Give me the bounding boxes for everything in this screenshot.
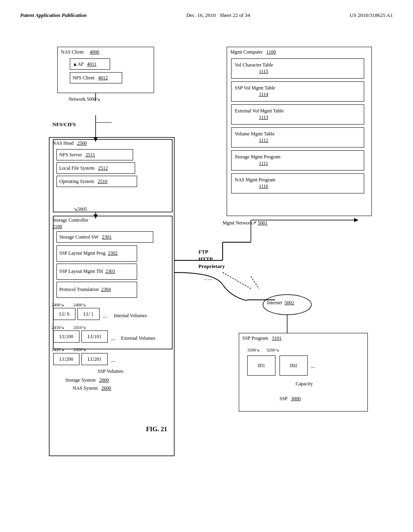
svg-marker-17	[354, 218, 359, 222]
svg-marker-4	[94, 137, 98, 142]
nas-system-label: NAS System 2600	[73, 385, 111, 391]
external-vol-mgmt-box: External Vol Mgmt Table 1113	[231, 104, 364, 125]
svg-line-18	[223, 272, 251, 289]
svg-marker-7	[94, 214, 98, 219]
mgmt-computer-label: Mgmt Computer 1100	[230, 49, 276, 55]
os-label: Operating System 2510	[59, 179, 107, 185]
dots-internal: ...	[103, 313, 107, 319]
ap-box: ▲AP 4011	[70, 58, 110, 70]
dots-id: ...	[311, 363, 315, 370]
ssp-program-box: SSP Program 3101 3200↘ 3200↘ ID1 ID2 ...…	[239, 333, 368, 411]
diagram-area: NAS Client 4000 ▲AP 4011 NFS Client 4012	[25, 23, 388, 494]
internet-label: Internet 5002	[267, 300, 294, 306]
mgmt-network-label: Mgmt Network↗ 5001	[223, 220, 267, 226]
nas-client-label: NAS Client 4000	[61, 49, 99, 55]
capacity-label: Capacity	[296, 381, 313, 387]
lu200-number: 2420↘	[52, 347, 64, 352]
nas-client-box: NAS Client 4000 ▲AP 4011 NFS Client 4012	[57, 47, 154, 93]
nfs-cifs-label: NFS/CIFS	[52, 121, 76, 128]
volume-mgmt-box: Volume Mgmt Table 1112	[231, 127, 364, 148]
storage-system-label: Storage System 2000	[65, 377, 109, 383]
header-sheet: Sheet 22 of 34	[220, 12, 250, 18]
network-label: Network 5000↘	[69, 96, 100, 102]
lu1-number: 2400↘	[73, 302, 86, 308]
protocols-label: FTPHTTPProprietary	[198, 248, 225, 270]
volume-mgmt-label: Volume Mgmt Table 1112	[235, 131, 275, 143]
vol-char-table-box: Vol Character Table 1115	[231, 58, 364, 79]
ssp-layout-tbl-box: SSP Layout Mgmt Tbl 2303	[56, 264, 137, 280]
ssp-vol-mgmt-label: SSP Vol Mgmt Table 1114	[235, 85, 275, 98]
lu1-box: LU 1	[77, 308, 100, 320]
local-fs-box: Local File System 2512	[56, 162, 135, 174]
id2-box: ID2	[280, 355, 308, 376]
lu101-box: LU101	[81, 330, 108, 343]
ssp-layout-prog-box: SSP Layout Mgmt Prog 2302	[56, 245, 137, 262]
ssp-volumes-label: SSP Volumes	[98, 368, 123, 374]
lu100-number: 2410↘	[52, 325, 64, 330]
lu101-number: 2410↘	[73, 325, 86, 330]
ssp-3000-label: SSP 3000	[280, 396, 301, 402]
id1-number-label: 3200↘ 3200↘	[247, 347, 279, 353]
nfs-server-box: NFS Server 2511	[56, 149, 133, 160]
nfs-client-box: NFS Client 4012	[70, 72, 122, 83]
ap-label: ▲AP 4011	[73, 61, 96, 67]
svg-line-19	[251, 276, 259, 289]
storage-control-sw-box: Storage Control SW 2301	[56, 231, 153, 243]
ssp-layout-prog-label: SSP Layout Mgmt Prog 2302	[59, 250, 118, 257]
vol-char-table-label: Vol Character Table 1115	[235, 62, 273, 75]
fig-label: FIG. 21	[146, 426, 167, 433]
storage-controller-label: Storage Controller 2100	[52, 217, 88, 230]
nfs-server-label: NFS Server 2511	[59, 152, 95, 158]
protocol-translation-box: Protocol Translation 2304	[56, 282, 137, 298]
id1-box: ID1	[247, 355, 275, 376]
storage-mgmt-box: Storage Mgmt Program 1111	[231, 150, 364, 170]
internal-volumes-label: Internal Volumes	[114, 313, 147, 319]
external-vol-mgmt-label: External Vol Mgmt Table 1113	[235, 108, 284, 121]
lu100-box: LU100	[53, 330, 79, 343]
lu0-box: LU 0	[53, 308, 75, 320]
storage-control-sw-label: Storage Control SW 2301	[59, 234, 112, 240]
ssp-vol-mgmt-box: SSP Vol Mgmt Table 1114	[231, 81, 364, 102]
lu200-box: LU200	[53, 353, 79, 365]
ssp-layout-tbl-label: SSP Layout Mgmt Tbl 2303	[59, 268, 115, 275]
link-5005-label: ↘5005	[73, 206, 87, 212]
header-center: Dec. 16, 2010 Sheet 22 of 34	[186, 12, 250, 19]
header-left: Patent Application Publication	[20, 12, 87, 19]
nas-head-label: NAS Head 2500	[52, 140, 87, 146]
header-right: US 2010/318625 A1	[350, 12, 393, 19]
nas-mgmt-label: NAS Mgmt Program 1116	[235, 177, 275, 189]
os-box: Operating System 2510	[56, 176, 137, 187]
protocol-translation-label: Protocol Translation 2304	[59, 287, 111, 293]
external-volumes-label: External Volumes	[121, 335, 155, 341]
nfs-client-label: NFS Client 4012	[73, 75, 108, 81]
mgmt-computer-box: Mgmt Computer 1100 Vol Character Table 1…	[227, 47, 372, 216]
lu201-number: 2420↘	[73, 347, 86, 352]
local-fs-label: Local File System 2512	[59, 165, 108, 171]
nas-mgmt-box: NAS Mgmt Program 1116	[231, 173, 364, 193]
lu0-number: 2400↘	[52, 302, 64, 308]
header-date: Dec. 16, 2010	[186, 12, 216, 18]
ssp-program-label: SSP Program 3101	[242, 335, 282, 341]
storage-mgmt-label: Storage Mgmt Program 1111	[235, 154, 280, 166]
protocol-dots: ...	[204, 274, 213, 282]
dots-ssp: ...	[111, 357, 115, 364]
lu201-box: LU201	[81, 353, 108, 365]
dots-external: ...	[111, 335, 115, 342]
